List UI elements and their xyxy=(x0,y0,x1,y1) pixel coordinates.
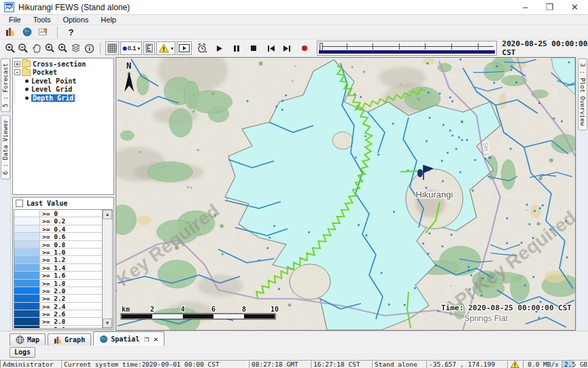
tree-item-depth-grid[interactable]: Depth Grid xyxy=(14,94,114,103)
pan-icon[interactable] xyxy=(31,41,42,56)
spatial-display-icon[interactable] xyxy=(37,25,51,39)
globe-icon xyxy=(99,335,108,344)
legend-row: >= 2.0 xyxy=(14,287,102,295)
node-bullet-icon xyxy=(25,96,29,100)
time-settings-icon[interactable] xyxy=(196,41,207,56)
map-view[interactable]: API Key Required API Key Required Hikura… xyxy=(116,57,576,331)
tab-data-viewer[interactable]: 6 : Data Viewer xyxy=(1,115,10,179)
contour-interval-value: 0.1 xyxy=(128,45,137,52)
tree-item-level-grid[interactable]: Level Grid xyxy=(14,86,114,94)
scroll-up-icon[interactable]: ▲ xyxy=(103,210,112,219)
svg-text:10: 10 xyxy=(271,306,279,313)
last-value-checkbox[interactable] xyxy=(16,200,23,207)
tab-plot-overview[interactable]: 3 : Plot Overview xyxy=(578,58,587,130)
svg-text:6: 6 xyxy=(211,306,215,313)
animation-icon[interactable] xyxy=(177,41,192,55)
current-time-display: 2020-08-25 00:00:00 CST xyxy=(502,39,588,57)
close-button[interactable]: ✕ xyxy=(571,1,578,14)
help-icon[interactable]: ? xyxy=(64,25,78,39)
legend-threshold-label: >= 0.8 xyxy=(40,241,102,248)
legend-threshold-label: >= 2.4 xyxy=(40,303,102,310)
scroll-down-icon[interactable]: ▼ xyxy=(103,318,112,328)
tree-item-label: Level Point xyxy=(31,77,76,85)
time-slider[interactable] xyxy=(317,41,496,56)
legend-panel: Last Value >= 0>= 0.2>= 0.4>= 0.6>= 0.8>… xyxy=(12,197,114,330)
map-canvas[interactable]: API Key Required API Key Required Hikura… xyxy=(116,58,575,330)
tab-forecast[interactable]: 5 : Forecast xyxy=(1,58,10,112)
tab-spatial[interactable]: Spatial ❒ ✕ xyxy=(93,331,164,346)
expand-icon[interactable]: + xyxy=(14,61,20,67)
legend-row: >= 0.2 xyxy=(14,217,102,225)
tree-connector xyxy=(14,77,24,86)
tab-graph[interactable]: Graph xyxy=(48,333,91,346)
menu-options[interactable]: Options xyxy=(58,16,93,24)
folder-icon xyxy=(22,60,31,67)
tree-item-level-point[interactable]: Level Point xyxy=(14,77,114,86)
tab-close-icon[interactable]: ✕ xyxy=(154,335,158,344)
legend-color-swatch xyxy=(14,303,40,310)
app-icon xyxy=(4,2,14,12)
legend-color-swatch xyxy=(14,256,40,263)
legend-threshold-label: >= 1.8 xyxy=(40,280,102,287)
tree-item-cross-section[interactable]: +Cross-section xyxy=(14,60,114,69)
longitudinal-profile-icon[interactable] xyxy=(143,41,155,55)
maximize-button[interactable]: ❒ xyxy=(545,1,553,14)
menu-bar: FileToolsOptionsHelp xyxy=(0,15,588,25)
status-warning-icon[interactable] xyxy=(507,360,523,368)
title-bar: Hikurangi FEWS (Stand alone) – ❒ ✕ xyxy=(0,0,588,15)
area-label: Springs Flat xyxy=(464,314,508,323)
explorer-chart-icon[interactable] xyxy=(3,25,17,39)
status-user: Administrator xyxy=(0,360,61,368)
pause-icon[interactable] xyxy=(230,41,242,56)
layers-icon[interactable] xyxy=(70,41,82,56)
stop-icon[interactable] xyxy=(248,41,260,56)
play-icon[interactable] xyxy=(213,41,225,56)
thresholds-dropdown[interactable]: ▾ xyxy=(156,41,175,55)
contour-interval-dropdown[interactable]: 0.1 ▾ xyxy=(120,41,143,55)
grid-display-icon[interactable] xyxy=(105,41,119,55)
legend-color-swatch xyxy=(14,272,40,278)
legend-threshold-label: >= 3.0 xyxy=(40,326,102,328)
tree-item-label: Depth Grid xyxy=(31,94,75,102)
zoom-previous-icon[interactable] xyxy=(44,41,55,56)
status-mode: Stand alone xyxy=(372,360,426,368)
legend-row: >= 1.2 xyxy=(14,256,102,263)
record-icon[interactable] xyxy=(298,41,310,56)
status-bar: Administrator Current system time:2020-0… xyxy=(0,359,588,368)
minimize-button[interactable]: – xyxy=(523,1,528,14)
town-label: Hikurangi xyxy=(416,189,453,200)
tree-item-label: Level Grid xyxy=(31,86,72,93)
legend-threshold-label: >= 0.2 xyxy=(40,217,102,224)
legend-threshold-label: >= 2.0 xyxy=(40,287,102,294)
legend-row: >= 1.8 xyxy=(14,280,102,287)
skip-to-start-icon[interactable] xyxy=(265,41,277,56)
logs-button[interactable]: Logs xyxy=(10,347,35,358)
menu-help[interactable]: Help xyxy=(96,16,121,24)
zoom-in-icon[interactable] xyxy=(4,41,16,56)
zoom-next-icon[interactable] xyxy=(57,41,69,56)
globe-icon[interactable] xyxy=(20,25,34,39)
legend-row: >= 0 xyxy=(14,210,102,217)
legend-color-swatch xyxy=(14,241,40,248)
skip-to-end-icon[interactable] xyxy=(281,41,292,56)
right-tab-strip: 3 : Plot Overview xyxy=(576,57,588,331)
chevron-down-icon: ▾ xyxy=(137,45,140,52)
map-toolbar: 0.1 ▾ ▾ 2020-08-25 00:00:00 CST xyxy=(0,39,588,57)
info-icon[interactable] xyxy=(84,41,95,56)
time-slider-track xyxy=(320,46,493,47)
zoom-out-icon[interactable] xyxy=(17,41,29,56)
legend-color-swatch xyxy=(14,264,40,271)
tab-maximize-icon[interactable]: ❒ xyxy=(144,335,149,344)
tree-item-pocket[interactable]: -Pocket xyxy=(14,69,114,77)
tab-map[interactable]: Map xyxy=(10,333,46,346)
left-panel: +Cross-section-PocketLevel PointLevel Gr… xyxy=(11,57,116,331)
legend-row: >= 1.0 xyxy=(14,249,102,256)
status-download-speed: 0.0 MB/s xyxy=(523,360,561,368)
svg-text:km: km xyxy=(122,306,130,313)
menu-file[interactable]: File xyxy=(4,16,26,24)
legend-scrollbar[interactable]: ▲ ▼ xyxy=(102,210,112,328)
menu-tools[interactable]: Tools xyxy=(29,16,56,24)
legend-row: >= 1.6 xyxy=(14,272,102,279)
tree-connector xyxy=(14,86,24,94)
collapse-icon[interactable]: - xyxy=(14,69,20,75)
